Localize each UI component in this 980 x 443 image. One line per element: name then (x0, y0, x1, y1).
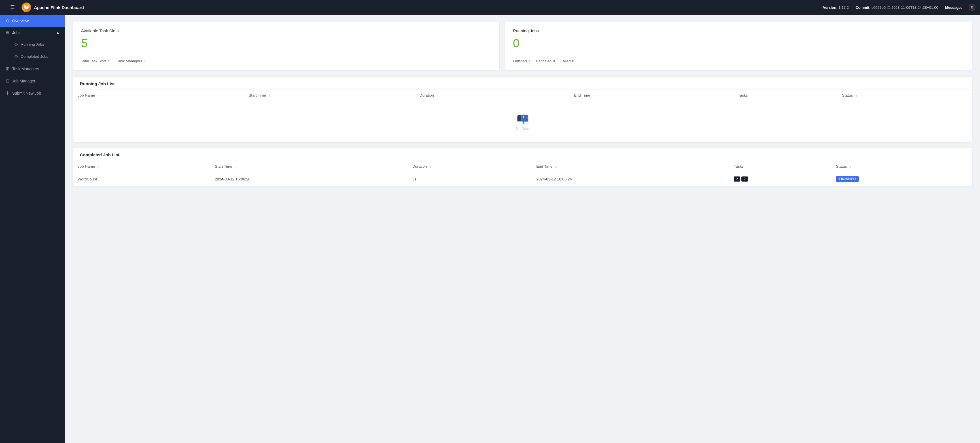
sidebar-item-running-jobs[interactable]: ⊙ Running Jobs (5, 38, 65, 51)
no-data-icon: 📭 (73, 113, 972, 124)
duration-cell: 3s (408, 172, 532, 186)
main-content: Available Task Slots 5 Total Task Slots … (65, 15, 980, 443)
sidebar-label-task-managers: Task Managers (12, 67, 39, 71)
sidebar-label-running-jobs: Running Jobs (21, 42, 44, 46)
sidebar: ⊙ Overview ☰ Jobs ▲ ⊙ Running Jobs ⊙ Com… (0, 15, 65, 443)
header-meta: Version: 1.17.2 Commit: c0027e5 @ 2023-1… (823, 4, 975, 11)
no-data-text: No Data (73, 127, 972, 131)
running-table-header-row: Job Name ⇅ Start Time ⇅ Duration ⇅ (73, 90, 972, 101)
completed-job-list-card: Completed Job List Job Name ⇅ Start Time… (73, 148, 972, 186)
hamburger-icon: ☰ (10, 5, 15, 10)
message-badge: 0 (969, 4, 975, 11)
sidebar-label-submit-new-job: Submit New Job (12, 91, 41, 95)
sidebar-item-completed-jobs[interactable]: ⊙ Completed Jobs (5, 51, 65, 63)
completed-sort-icon-status: ⇅ (849, 165, 851, 168)
running-col-start-time[interactable]: Start Time ⇅ (244, 90, 415, 101)
task-managers-label: Task Managers (117, 59, 142, 63)
completed-jobs-icon: ⊙ (14, 54, 18, 59)
sidebar-item-submit-new-job[interactable]: ⬇ Submit New Job (0, 87, 65, 99)
completed-sort-icon-job-name: ⇅ (97, 165, 99, 168)
running-jobs-icon: ⊙ (14, 41, 18, 47)
start-time-cell: 2024-03-12 16:06:20 (210, 172, 408, 186)
sidebar-item-job-manager[interactable]: ⊡ Job Manager (0, 75, 65, 87)
available-task-slots-card: Available Task Slots 5 Total Task Slots … (73, 22, 500, 70)
running-col-duration[interactable]: Duration ⇅ (415, 90, 570, 101)
completed-col-status[interactable]: Status ⇅ (832, 161, 972, 172)
task-managers-value: 1 (144, 59, 146, 63)
failed-value: 0 (572, 59, 574, 63)
sort-icon-end-time: ⇅ (592, 94, 595, 97)
running-job-list-table: Job Name ⇅ Start Time ⇅ Duration ⇅ (73, 90, 972, 142)
finished-value: 1 (528, 59, 530, 63)
end-time-cell: 2024-03-12 16:06:24 (532, 172, 729, 186)
task-managers-item: Task Managers 1 (117, 59, 146, 63)
completed-sort-icon-end-time: ⇅ (555, 165, 557, 168)
running-jobs-meta: Finished 1 Canceled 0 Failed 0 (513, 59, 964, 63)
status-badge: FINISHED (836, 176, 859, 182)
running-col-job-name[interactable]: Job Name ⇅ (73, 90, 244, 101)
total-task-slots-value: 5 (108, 59, 110, 63)
sidebar-section-jobs[interactable]: ☰ Jobs ▲ (0, 27, 65, 38)
stats-cards-row: Available Task Slots 5 Total Task Slots … (73, 22, 972, 70)
completed-sort-icon-start-time: ⇅ (234, 165, 237, 168)
job-manager-icon: ⊡ (6, 78, 10, 84)
running-no-data-cell: 📭 No Data (73, 101, 972, 143)
top-header: ☰ 🐿 Apache Flink Dashboard Version: 1.17… (0, 0, 980, 15)
canceled-label: Canceled (536, 59, 552, 63)
failed-label: Failed (560, 59, 571, 63)
completed-col-duration[interactable]: Duration ⇅ (408, 161, 532, 172)
sidebar-label-completed-jobs: Completed Jobs (21, 54, 48, 59)
canceled-value: 0 (553, 59, 555, 63)
completed-sort-icon-duration: ⇅ (429, 165, 431, 168)
job-name-cell: WordCount (73, 172, 210, 186)
running-job-list-table-wrap: Job Name ⇅ Start Time ⇅ Duration ⇅ (73, 90, 972, 142)
sort-icon-status: ⇅ (855, 94, 857, 97)
running-job-list-card: Running Job List Job Name ⇅ Start Time ⇅ (73, 77, 972, 142)
completed-col-start-time[interactable]: Start Time ⇅ (210, 161, 408, 172)
task-badge-a: 2 (734, 176, 740, 181)
total-task-slots-item: Total Task Slots 5 (81, 59, 110, 63)
jobs-icon: ☰ (6, 30, 10, 35)
hamburger-button[interactable]: ☰ (8, 3, 17, 12)
sidebar-sub-jobs: ⊙ Running Jobs ⊙ Completed Jobs (0, 38, 65, 63)
finished-item: Finished 1 (513, 59, 530, 63)
running-col-end-time[interactable]: End Time ⇅ (570, 90, 733, 101)
running-jobs-title: Running Jobs (513, 28, 964, 33)
finished-label: Finished (513, 59, 527, 63)
total-task-slots-label: Total Task Slots (81, 59, 107, 63)
sort-icon-start-time: ⇅ (268, 94, 270, 97)
sidebar-item-task-managers[interactable]: ⊞ Task Managers (0, 63, 65, 75)
tasks-cell: 2 2 (729, 172, 831, 186)
submit-job-icon: ⬇ (6, 91, 10, 96)
completed-table-header-row: Job Name ⇅ Start Time ⇅ Duration ⇅ (73, 161, 972, 172)
running-job-list-header: Running Job List (73, 77, 972, 90)
completed-job-list-table-wrap: Job Name ⇅ Start Time ⇅ Duration ⇅ (73, 161, 972, 186)
completed-col-end-time[interactable]: End Time ⇅ (532, 161, 729, 172)
task-managers-icon: ⊞ (6, 66, 10, 71)
sidebar-label-jobs: Jobs (12, 30, 21, 35)
running-col-tasks[interactable]: Tasks (733, 90, 837, 101)
task-slots-meta: Total Task Slots 5 Task Managers 1 (81, 59, 492, 63)
completed-job-list-table: Job Name ⇅ Start Time ⇅ Duration ⇅ (73, 161, 972, 186)
sidebar-label-overview: Overview (12, 19, 29, 23)
running-col-status[interactable]: Status ⇅ (837, 90, 972, 101)
sidebar-label-job-manager: Job Manager (12, 79, 35, 83)
message-info: Message: (945, 5, 962, 10)
flink-logo-icon: 🐿 (22, 3, 31, 12)
logo-area: 🐿 Apache Flink Dashboard (22, 3, 84, 12)
task-badges: 2 2 (734, 176, 827, 181)
failed-item: Failed 0 (560, 59, 574, 63)
sort-icon-job-name: ⇅ (97, 94, 99, 97)
task-badge-b: 2 (741, 176, 748, 181)
table-row[interactable]: WordCount 2024-03-12 16:06:20 3s 2024-03… (73, 172, 972, 186)
version-info: Version: 1.17.2 (823, 5, 849, 10)
sort-icon-duration: ⇅ (436, 94, 438, 97)
running-no-data-row: 📭 No Data (73, 101, 972, 143)
jobs-chevron-icon: ▲ (56, 30, 59, 35)
completed-col-tasks[interactable]: Tasks (729, 161, 831, 172)
sidebar-item-overview[interactable]: ⊙ Overview (0, 15, 65, 27)
running-jobs-value: 0 (513, 37, 964, 50)
completed-col-job-name[interactable]: Job Name ⇅ (73, 161, 210, 172)
app-title: Apache Flink Dashboard (34, 5, 84, 10)
overview-icon: ⊙ (6, 18, 10, 24)
